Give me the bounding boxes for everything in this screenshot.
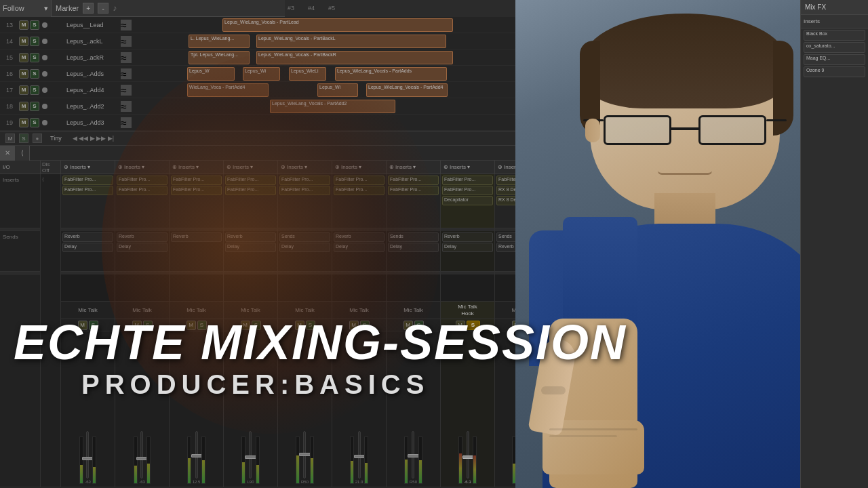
clip[interactable]: Lepus_WieLang_Vocals - PartLead: [222, 18, 453, 32]
send-slot[interactable]: Reverb: [225, 232, 276, 242]
solo-button[interactable]: S: [30, 69, 39, 79]
insert-slot[interactable]: FabFilter Pro...: [117, 176, 167, 185]
right-insert-ox-saturator[interactable]: ox_saturato...: [804, 42, 865, 53]
track-clips[interactable]: Lepus_WieLang_Vocals - PartAdd2: [134, 98, 515, 114]
insert-slot[interactable]: FabFilter Pro...: [334, 186, 384, 195]
clip[interactable]: Lepus_W: [187, 67, 235, 81]
insert-slot[interactable]: RX 8 De-cl...: [496, 186, 515, 195]
mute-button[interactable]: M: [19, 85, 28, 95]
insert-slot[interactable]: FabFilter Pro...: [496, 176, 515, 185]
fader-track[interactable]: [303, 431, 306, 479]
send-slot[interactable]: Reverb: [442, 232, 493, 242]
send-slot[interactable]: Sends: [388, 232, 439, 242]
send-slot[interactable]: Reverb: [117, 232, 167, 242]
solo-button[interactable]: S: [30, 102, 39, 111]
right-insert-black-box[interactable]: Black Box: [804, 30, 865, 41]
fader-track[interactable]: [467, 431, 469, 479]
insert-slot[interactable]: FabFilter Pro...: [334, 176, 384, 185]
inserts-col-header[interactable]: ⊕ Inserts ▾: [224, 161, 278, 174]
transport-solo[interactable]: S: [19, 134, 28, 143]
track-clips[interactable]: Lepus_WieLang_Vocals - PartLead: [134, 17, 515, 33]
send-slot[interactable]: Reverb: [496, 243, 515, 252]
insert-slot[interactable]: FabFilter Pro...: [171, 176, 222, 185]
fader-track[interactable]: [195, 431, 198, 479]
mixer-close-button[interactable]: ✕: [0, 146, 15, 161]
insert-slot[interactable]: FabFilter Pro...: [62, 186, 113, 195]
track-clips[interactable]: [134, 115, 515, 130]
mute-button[interactable]: M: [19, 69, 28, 79]
transport-dot[interactable]: ●: [33, 134, 42, 143]
inserts-col-header[interactable]: ⊕ Inserts ▾: [332, 161, 387, 174]
mixer-expand-button[interactable]: ⟨: [15, 146, 30, 161]
right-insert-ozone9[interactable]: Ozone 9: [804, 66, 865, 77]
follow-dropdown[interactable]: Follow ▾: [0, 0, 52, 17]
send-slot[interactable]: Delay: [225, 243, 276, 252]
mute-button[interactable]: M: [19, 20, 28, 30]
track-clips[interactable]: WieLang_Voca - PartAdd4 Lepus_Wi Lepus_W…: [134, 82, 515, 98]
send-slot[interactable]: Reverb: [171, 232, 222, 242]
insert-slot[interactable]: FabFilter Pro...: [279, 186, 330, 195]
inserts-col-header[interactable]: ⊕ Inserts ▾: [387, 161, 441, 174]
fader-track[interactable]: [358, 431, 361, 479]
clip[interactable]: WieLang_Voca - PartAdd4: [187, 83, 269, 97]
insert-slot[interactable]: FabFilter Pro...: [117, 186, 167, 195]
insert-slot[interactable]: FabFilter Pro...: [225, 186, 276, 195]
track-clips[interactable]: L. Lepus_WieLang... Lepus_WieLang_Vocals…: [134, 33, 515, 49]
send-slot[interactable]: Sends: [279, 232, 330, 242]
send-slot[interactable]: Reverb: [62, 232, 113, 242]
mute-button[interactable]: M: [19, 53, 28, 62]
marker-remove-button[interactable]: -: [98, 3, 108, 14]
mute-button[interactable]: M: [19, 118, 28, 127]
mute-button[interactable]: M: [19, 102, 28, 111]
clip[interactable]: Lepus_Wi: [243, 67, 280, 81]
insert-slot[interactable]: Decapitator: [442, 196, 493, 205]
fader-track[interactable]: [249, 431, 252, 479]
clip[interactable]: Lepus_WieLang_Vocals - PartAdd4: [366, 83, 448, 97]
inserts-col-header[interactable]: ⊕ Inserts ▾: [170, 161, 224, 174]
clip[interactable]: Lepus_Wi: [317, 83, 358, 97]
send-slot[interactable]: Delay: [388, 243, 439, 252]
inserts-col-header[interactable]: ⊕ Inserts ▾: [495, 161, 515, 174]
solo-button[interactable]: S: [30, 85, 39, 95]
clip[interactable]: Lepus_WieLang_Vocals - PartAdds: [335, 67, 447, 81]
clip[interactable]: Tpl. Lepus_WieLang...: [189, 51, 250, 64]
send-slot[interactable]: Delay: [62, 243, 113, 252]
insert-slot[interactable]: FabFilter Pro...: [171, 186, 222, 195]
send-slot[interactable]: Delay: [279, 243, 330, 252]
send-slot[interactable]: Delay: [442, 243, 493, 252]
transport-mute[interactable]: M: [5, 134, 15, 143]
clip[interactable]: L. Lepus_WieLang...: [189, 35, 250, 48]
clip[interactable]: Lepus_WieLang_Vocals - PartBackL: [256, 35, 446, 48]
track-clips[interactable]: Lepus_W Lepus_Wi Lepus_WieLi Lepus_WieLa…: [134, 66, 515, 81]
insert-slot[interactable]: FabFilter Pro...: [279, 176, 330, 185]
send-slot[interactable]: Delay: [334, 243, 384, 252]
insert-slot[interactable]: FabFilter Pro...: [225, 176, 276, 185]
insert-slot[interactable]: FabFilter Pro...: [62, 176, 113, 185]
track-clips[interactable]: Tpl. Lepus_WieLang... Lepus_WieLang_Voca…: [134, 49, 515, 65]
right-insert-maag-eq[interactable]: Maag EQ...: [804, 54, 865, 65]
insert-slot[interactable]: FabFilter Pro...: [442, 176, 493, 185]
insert-slot[interactable]: RX 8 De-cr...: [496, 196, 515, 205]
clip[interactable]: Lepus_WieLi: [289, 67, 326, 81]
send-slot[interactable]: Reverb: [334, 232, 384, 242]
send-slot[interactable]: Sends: [496, 232, 515, 242]
inserts-col-header[interactable]: ⊕ Inserts ▾: [278, 161, 332, 174]
inserts-col-header[interactable]: ⊕ Inserts ▾: [61, 161, 115, 174]
inserts-col-header[interactable]: ⊕ Inserts ▾: [115, 161, 170, 174]
marker-add-button[interactable]: +: [83, 3, 94, 14]
fader-track[interactable]: [140, 431, 143, 479]
fader-track[interactable]: [412, 431, 414, 479]
fader-track[interactable]: [86, 431, 89, 479]
insert-slot[interactable]: FabFilter Pro...: [388, 186, 439, 195]
clip[interactable]: Lepus_WieLang_Vocals - PartAdd2: [270, 100, 395, 113]
mute-button[interactable]: M: [19, 37, 28, 46]
solo-button[interactable]: S: [30, 53, 39, 62]
solo-button[interactable]: S: [30, 20, 39, 30]
solo-button[interactable]: S: [30, 37, 39, 46]
send-slot[interactable]: Delay: [117, 243, 167, 252]
inserts-col-header[interactable]: ⊕ Inserts ▾: [441, 161, 495, 174]
insert-slot[interactable]: FabFilter Pro...: [388, 176, 439, 185]
solo-button[interactable]: S: [30, 118, 39, 127]
clip[interactable]: Lepus_WieLang_Vocals - PartBackR: [256, 51, 453, 64]
insert-slot[interactable]: FabFilter Pro...: [442, 186, 493, 195]
